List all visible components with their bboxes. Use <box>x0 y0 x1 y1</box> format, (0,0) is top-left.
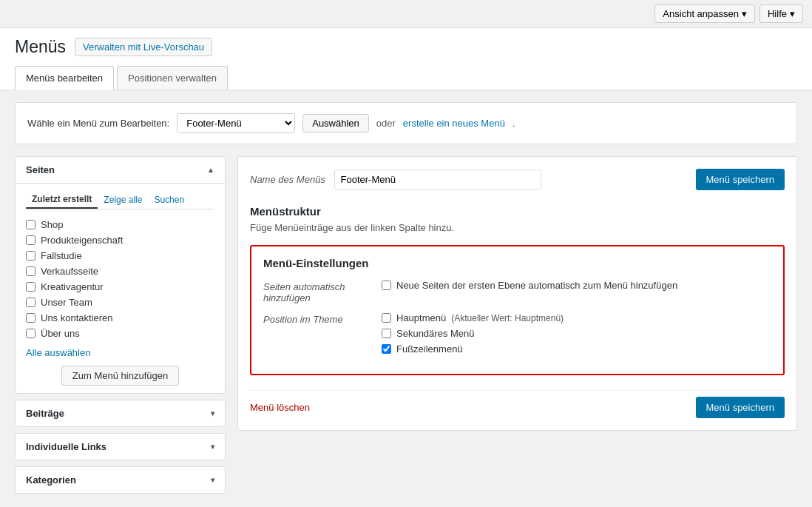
add-to-menu-button[interactable]: Zum Menü hinzufügen <box>61 366 179 386</box>
individuelle-links-title: Individuelle Links <box>26 441 106 452</box>
auto-add-checkbox-item: Neue Seiten der ersten Ebene automatisch… <box>382 280 771 291</box>
seiten-item-produkteigenschaft-label: Produkteigenschaft <box>41 235 123 246</box>
seiten-list: Shop Produkteigenschaft Fallstudie <box>26 217 214 341</box>
menu-structure-title: Menüstruktur <box>250 205 785 218</box>
sekundaeres-menu-checkbox-item: Sekundäres Menü <box>382 328 771 339</box>
tab-positionen-verwalten[interactable]: Positionen verwalten <box>117 66 228 90</box>
sekundaeres-menu-checkbox[interactable] <box>382 329 391 338</box>
individuelle-links-accordion-header[interactable]: Individuelle Links ▾ <box>16 434 225 460</box>
content-area: Wähle ein Menü zum Bearbeiten: Footer-Me… <box>0 90 812 507</box>
tabs-row: Menüs bearbeiten Positionen verwalten <box>15 66 797 90</box>
seiten-item-unser-team-checkbox[interactable] <box>26 298 35 307</box>
fusszeilenmenu-label: Fußzeilenmenü <box>396 343 463 355</box>
menu-name-input[interactable] <box>334 169 541 189</box>
alle-auswaehlen-link[interactable]: Alle auswählen <box>26 347 214 358</box>
position-row: Position im Theme Hauptmenü (Aktueller W… <box>263 312 771 355</box>
page-header: Menüs Verwalten mit Live-Vorschau Menüs … <box>0 28 812 90</box>
beitraege-accordion: Beiträge ▾ <box>15 400 226 427</box>
seiten-accordion-body: Zuletzt erstellt Zeige alle Suchen Shop … <box>16 184 225 393</box>
seiten-accordion-header[interactable]: Seiten ▲ <box>16 157 225 184</box>
seiten-item-kreativagentur-checkbox[interactable] <box>26 282 35 292</box>
beitraege-arrow-icon: ▾ <box>211 409 214 417</box>
kategorien-accordion-header[interactable]: Kategorien ▾ <box>16 467 225 493</box>
position-content: Hauptmenü (Aktueller Wert: Hauptmenü) Se… <box>382 312 771 355</box>
seiten-item-kreativagentur-label: Kreativagentur <box>41 281 104 292</box>
menu-structure-hint: Füge Menüeinträge aus der linken Spalte … <box>250 222 785 233</box>
individuelle-links-arrow-icon: ▾ <box>211 443 214 451</box>
seiten-accordion: Seiten ▲ Zuletzt erstellt Zeige alle Suc… <box>15 156 226 394</box>
seiten-item-uns-kontaktieren-checkbox[interactable] <box>26 313 35 323</box>
beitraege-title: Beiträge <box>26 408 64 419</box>
seiten-item-shop-checkbox[interactable] <box>26 220 35 229</box>
individuelle-links-accordion: Individuelle Links ▾ <box>15 433 226 460</box>
list-item: Kreativagentur <box>26 279 214 295</box>
tab-menus-bearbeiten[interactable]: Menüs bearbeiten <box>15 66 114 90</box>
auto-add-label: Seiten automatisch hinzufügen <box>263 280 382 303</box>
menue-loeschen-link[interactable]: Menü löschen <box>250 402 310 413</box>
top-bar: Ansicht anpassen ▾ Hilfe ▾ <box>0 0 812 28</box>
auto-add-row: Seiten automatisch hinzufügen Neue Seite… <box>263 280 771 303</box>
menu-select-row: Wähle ein Menü zum Bearbeiten: Footer-Me… <box>15 102 797 144</box>
chevron-down-icon-hilfe: ▾ <box>790 8 795 19</box>
save-menu-button-bottom[interactable]: Menü speichern <box>696 397 785 418</box>
menu-structure-section: Menüstruktur Füge Menüeinträge aus der l… <box>250 205 785 233</box>
settings-box-title: Menü-Einstellungen <box>263 257 771 269</box>
auswahlen-button[interactable]: Auswählen <box>302 114 369 132</box>
kategorien-title: Kategorien <box>26 474 76 486</box>
auto-add-content: Neue Seiten der ersten Ebene automatisch… <box>382 280 771 303</box>
hauptmenu-checkbox-item: Hauptmenü (Aktueller Wert: Hauptmenü) <box>382 312 771 323</box>
list-item: Shop <box>26 217 214 232</box>
seiten-item-shop-label: Shop <box>41 219 63 230</box>
save-menu-button-top[interactable]: Menü speichern <box>696 169 785 190</box>
footer-row: Menü löschen Menü speichern <box>250 390 785 418</box>
subtab-zuletzt-erstellt[interactable]: Zuletzt erstellt <box>26 191 98 209</box>
seiten-item-verkaufsseite-checkbox[interactable] <box>26 266 35 276</box>
subtab-suchen[interactable]: Suchen <box>148 191 190 209</box>
ansicht-anpassen-button[interactable]: Ansicht anpassen ▾ <box>654 4 755 23</box>
menu-select-label: Wähle ein Menü zum Bearbeiten: <box>27 118 169 129</box>
live-preview-button[interactable]: Verwalten mit Live-Vorschau <box>75 38 212 56</box>
position-label: Position im Theme <box>263 312 382 355</box>
menu-name-left: Name des Menüs <box>250 169 541 189</box>
hilfe-label: Hilfe <box>768 8 787 19</box>
hauptmenu-checkbox[interactable] <box>382 313 391 323</box>
beitraege-accordion-header[interactable]: Beiträge ▾ <box>16 400 225 426</box>
subtab-zeige-alle[interactable]: Zeige alle <box>98 191 148 209</box>
list-item: Fallstudie <box>26 248 214 263</box>
menu-name-label: Name des Menüs <box>250 174 325 185</box>
seiten-item-unser-team-label: Unser Team <box>41 297 92 308</box>
seiten-item-ueber-uns-checkbox[interactable] <box>26 329 35 338</box>
seiten-arrow-icon: ▲ <box>207 166 214 174</box>
two-col-layout: Seiten ▲ Zuletzt erstellt Zeige alle Suc… <box>15 156 797 500</box>
list-item: Unser Team <box>26 295 214 310</box>
create-new-menu-link[interactable]: erstelle ein neues Menü <box>403 118 505 129</box>
kategorien-accordion: Kategorien ▾ <box>15 466 226 494</box>
right-panel: Name des Menüs Menü speichern Menüstrukt… <box>237 156 797 431</box>
seiten-item-produkteigenschaft-checkbox[interactable] <box>26 235 35 245</box>
auto-add-checkbox[interactable] <box>382 281 391 290</box>
kategorien-arrow-icon: ▾ <box>211 476 214 484</box>
sekundaeres-menu-label: Sekundäres Menü <box>396 328 475 339</box>
hauptmenu-label: Hauptmenü <box>396 312 446 323</box>
list-item: Produkteigenschaft <box>26 232 214 248</box>
create-link-suffix: . <box>512 118 515 129</box>
list-item: Uns kontaktieren <box>26 310 214 326</box>
left-panel: Seiten ▲ Zuletzt erstellt Zeige alle Suc… <box>15 156 226 500</box>
list-item: Über uns <box>26 326 214 341</box>
fusszeilenmenu-checkbox-item: Fußzeilenmenü <box>382 343 771 355</box>
fusszeilenmenu-checkbox[interactable] <box>382 344 391 354</box>
seiten-item-uns-kontaktieren-label: Uns kontaktieren <box>41 312 113 323</box>
seiten-title: Seiten <box>26 164 55 175</box>
menue-einstellungen-box: Menü-Einstellungen Seiten automatisch hi… <box>250 245 785 375</box>
seiten-item-fallstudie-checkbox[interactable] <box>26 251 35 261</box>
ansicht-anpassen-label: Ansicht anpassen <box>663 8 739 19</box>
hilfe-button[interactable]: Hilfe ▾ <box>759 4 803 23</box>
seiten-item-fallstudie-label: Fallstudie <box>41 250 82 261</box>
hauptmenu-hint: (Aktueller Wert: Hauptmenü) <box>451 313 564 323</box>
oder-text: oder <box>376 118 396 129</box>
menu-select-dropdown[interactable]: Footer-MenüHauptmenü <box>177 113 295 133</box>
seiten-item-ueber-uns-label: Über uns <box>41 328 80 339</box>
page-title: Menüs <box>15 37 66 57</box>
menu-name-row: Name des Menüs Menü speichern <box>250 169 785 190</box>
seiten-item-verkaufsseite-label: Verkaufsseite <box>41 266 98 277</box>
